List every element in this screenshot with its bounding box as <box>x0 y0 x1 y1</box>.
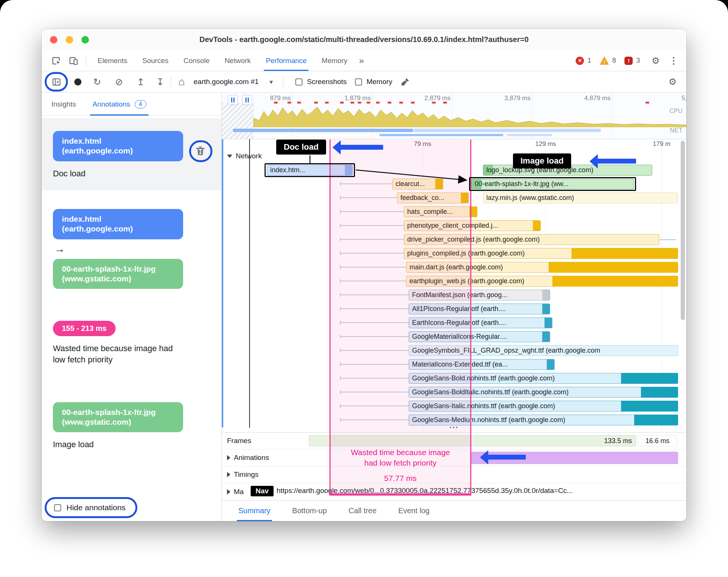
main-track-label[interactable]: Ma <box>227 488 244 496</box>
animations-track-label[interactable]: Animations <box>227 454 269 462</box>
tab-console[interactable]: Console <box>182 50 212 71</box>
clear-recording-icon[interactable]: ⊘ <box>112 75 126 89</box>
sidebar-tabs: InsightsAnnotations4 <box>42 93 221 116</box>
scrollbar-thumb[interactable] <box>681 141 685 320</box>
garbage-collect-icon[interactable] <box>398 75 412 89</box>
network-request-bar[interactable]: GoogleMaterialIcons-Regular.... <box>409 331 550 342</box>
network-request-bar[interactable]: MaterialIcons-Extended.ttf (ea... <box>409 359 555 370</box>
capture-settings-gear-icon[interactable]: ⚙ <box>665 77 680 87</box>
request-label: lazy.min.js (www.gstatic.com) <box>483 193 677 203</box>
hide-annotations-toggle[interactable]: Hide annotations <box>45 497 137 518</box>
network-request-bar[interactable]: index.htm... <box>267 165 353 176</box>
home-icon[interactable]: ⌂ <box>175 75 188 89</box>
network-request-bar[interactable]: hats_compile... <box>404 206 477 217</box>
issues-icon[interactable]: ! <box>624 57 633 65</box>
warnings-icon[interactable]: ! <box>600 57 609 65</box>
network-request-bar[interactable]: feedback_co... <box>397 192 469 203</box>
frames-track-label[interactable]: Frames <box>227 437 251 445</box>
kebab-menu-icon[interactable]: ⋮ <box>666 56 681 66</box>
expand-network-rows[interactable]: ... <box>435 421 473 430</box>
long-task-marker <box>411 102 415 104</box>
annotation-card[interactable]: 155 - 213 msWasted time because image ha… <box>42 321 221 365</box>
network-request-bar[interactable]: phenotype_client_compiled.j... <box>404 220 541 231</box>
tab-performance[interactable]: Performance <box>264 50 308 71</box>
target-selector[interactable]: earth.google.com #1 ▼ <box>194 78 274 86</box>
annotation-entry-pill[interactable]: index.html (earth.google.com) <box>53 131 183 161</box>
network-request-bar[interactable]: plugins_compiled.js (earth.google.com) <box>404 248 678 259</box>
device-toolbar-icon[interactable] <box>68 55 79 66</box>
screenshots-checkbox[interactable]: Screenshots <box>295 78 347 86</box>
load-profile-icon[interactable]: ↥ <box>134 75 147 89</box>
errors-count[interactable]: 1 <box>587 57 591 65</box>
expand-triangle-icon[interactable] <box>227 489 230 494</box>
bottom-tab-bottom-up[interactable]: Bottom-up <box>292 500 327 521</box>
doc-load-annotation-chip[interactable]: Doc load <box>276 140 326 155</box>
sidebar-tab-annotations[interactable]: Annotations4 <box>92 93 146 116</box>
long-task-marker <box>645 102 649 104</box>
bottom-tab-summary[interactable]: Summary <box>238 500 271 521</box>
save-profile-icon[interactable]: ↧ <box>153 75 167 89</box>
minimize-window-button[interactable] <box>66 36 73 44</box>
network-request-bar[interactable]: main.dart.js (earth.google.com) <box>406 262 678 273</box>
annotation-entry-pill[interactable]: 00-earth-splash-1x-ltr.jpg (www.gstatic.… <box>53 402 183 433</box>
network-request-bar[interactable]: GoogleSans-Italic.nohints.ttf (earth.goo… <box>409 401 678 412</box>
network-request-bar[interactable]: GoogleSymbols_FILL_GRAD_opsz_wght.ttf (e… <box>409 345 678 356</box>
network-request-bar[interactable]: EarthIcons-Regular.otf (earth.... <box>409 317 552 328</box>
network-request-bar[interactable]: GoogleSans-BoldItalic.nohints.ttf (earth… <box>409 387 678 398</box>
long-task-marker <box>287 102 291 104</box>
network-track-header[interactable]: Network <box>227 152 262 160</box>
network-request-bar[interactable]: FontManifest.json (earth.goog... <box>409 290 550 301</box>
warnings-count[interactable]: 8 <box>612 57 616 65</box>
annotation-entry-pill[interactable]: 00-earth-splash-1x-ltr.jpg (www.gstatic.… <box>53 259 183 289</box>
tab-memory[interactable]: Memory <box>320 50 349 71</box>
image-load-annotation-chip[interactable]: Image load <box>513 153 571 168</box>
target-selector-value: earth.google.com #1 <box>194 78 259 86</box>
zoom-window-button[interactable] <box>81 36 89 44</box>
network-request-bar[interactable]: 00-earth-splash-1x-ltr.jpg (ww... <box>471 179 634 189</box>
timings-track-label[interactable]: Timings <box>227 470 259 479</box>
network-request-bar[interactable]: GoogleSans-Bold.nohints.ttf (earth.googl… <box>409 373 678 384</box>
overview-tick-label: 3,879 ms <box>489 95 531 102</box>
network-request-bar[interactable]: drive_picker_compiled.js (earth.google.c… <box>404 234 659 245</box>
network-track-label: Network <box>236 152 262 160</box>
record-button[interactable] <box>71 75 84 89</box>
frame-duration-bar[interactable]: 133.5 ms <box>309 435 636 446</box>
timeline-overview[interactable]: 879 ms1,879 ms2,879 ms3,879 ms4,879 ms5,… <box>222 93 686 139</box>
sidebar-tab-insights[interactable]: Insights <box>51 93 76 116</box>
close-window-button[interactable] <box>50 36 57 44</box>
expand-triangle-icon[interactable] <box>227 472 230 477</box>
trash-icon[interactable] <box>195 145 207 157</box>
request-lead-line <box>340 378 409 379</box>
collapse-triangle-icon[interactable] <box>227 155 232 158</box>
errors-icon[interactable]: ✕ <box>576 57 584 65</box>
long-task-marker <box>432 102 436 104</box>
network-request-bar[interactable]: All1PIcons-Regular.otf (earth.... <box>409 304 550 314</box>
tab-sources[interactable]: Sources <box>140 50 170 71</box>
settings-gear-icon[interactable]: ⚙ <box>648 56 663 66</box>
issues-count[interactable]: 3 <box>636 57 640 65</box>
tab-network[interactable]: Network <box>223 50 253 71</box>
bottom-tab-call-tree[interactable]: Call tree <box>349 500 376 521</box>
frame-duration-bar[interactable]: 16.6 ms <box>638 435 677 446</box>
annotation-card[interactable]: 00-earth-splash-1x-ltr.jpg (www.gstatic.… <box>42 402 221 450</box>
annotation-range-pill[interactable]: 155 - 213 ms <box>53 321 116 336</box>
network-request-bar[interactable]: earthplugin_web.js (earth.google.com) <box>406 276 678 287</box>
reload-and-record-icon[interactable]: ↻ <box>90 75 104 89</box>
annotation-entry-pill[interactable]: index.html (earth.google.com) <box>53 209 183 239</box>
nav-marker-chip[interactable]: Nav <box>251 486 274 496</box>
annotation-card[interactable]: index.html (earth.google.com)Doc load <box>42 118 221 190</box>
toggle-sidebar-icon[interactable] <box>50 75 63 89</box>
hide-annotations-checkbox[interactable] <box>54 504 61 511</box>
vertical-scrollbar[interactable] <box>681 140 685 430</box>
network-request-bar[interactable]: lazy.min.js (www.gstatic.com) <box>483 192 678 203</box>
bottom-tab-event-log[interactable]: Event log <box>398 500 429 521</box>
more-tabs-icon[interactable]: » <box>357 50 366 71</box>
checkbox-box[interactable] <box>295 78 302 86</box>
memory-checkbox[interactable]: Memory <box>355 78 393 86</box>
annotation-card[interactable]: index.html (earth.google.com)→00-earth-s… <box>42 209 221 289</box>
expand-triangle-icon[interactable] <box>227 455 230 460</box>
tab-elements[interactable]: Elements <box>96 50 129 71</box>
network-request-bar[interactable]: clearcut... <box>392 179 443 189</box>
inspect-element-icon[interactable] <box>51 55 62 66</box>
checkbox-box[interactable] <box>355 78 362 86</box>
